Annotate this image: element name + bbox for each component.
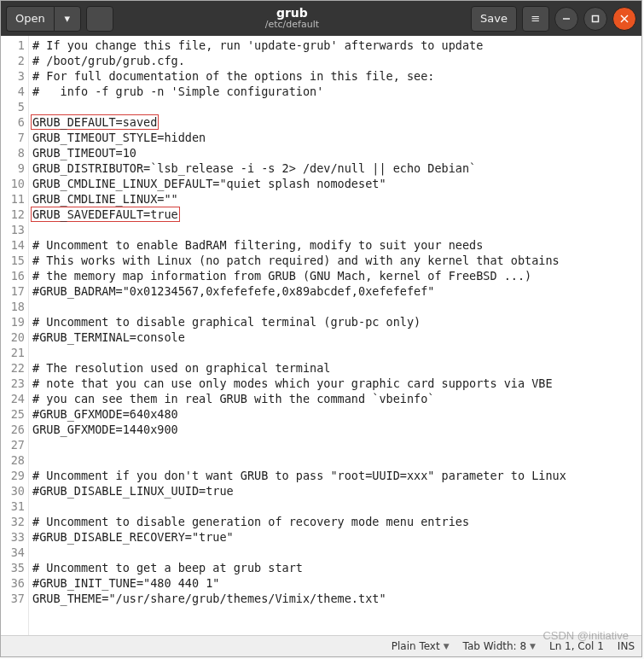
code-line[interactable]: #GRUB_BADRAM="0x01234567,0xfefefefe,0x89… (32, 283, 638, 299)
code-line[interactable]: # /boot/grub/grub.cfg. (32, 53, 638, 68)
svg-rect-2 (593, 16, 599, 22)
line-number: 19 (3, 314, 25, 330)
code-line[interactable]: GRUB_TIMEOUT=10 (32, 145, 638, 160)
code-line[interactable]: # Uncomment to disable graphical termina… (32, 314, 638, 330)
code-line[interactable] (32, 99, 638, 114)
tab-width-label: Tab Width: 8 (463, 640, 526, 652)
line-number: 17 (3, 283, 25, 299)
code-line[interactable]: # The resolution used on graphical termi… (32, 360, 638, 376)
line-number: 30 (3, 483, 25, 499)
code-line[interactable]: # info -f grub -n 'Simple configuration' (32, 84, 638, 99)
code-line[interactable]: # the memory map information from GRUB (… (32, 268, 638, 283)
code-line[interactable]: # For full documentation of the options … (32, 68, 638, 84)
code-line[interactable]: # note that you can use only modes which… (32, 376, 638, 391)
editor-area[interactable]: 1234567891011121314151617181920212223242… (1, 36, 641, 635)
code-line[interactable]: # Uncomment to disable generation of rec… (32, 514, 638, 529)
code-content[interactable]: # If you change this file, run 'update-g… (29, 36, 641, 635)
code-line[interactable]: GRUB_THEME="/usr/share/grub/themes/Vimix… (32, 591, 638, 606)
line-number: 7 (3, 130, 25, 145)
line-number: 1 (3, 38, 25, 53)
code-line[interactable]: #GRUB_DISABLE_LINUX_UUID=true (32, 483, 638, 499)
code-line[interactable]: # you can see them in real GRUB with the… (32, 391, 638, 406)
code-line[interactable] (32, 299, 638, 314)
new-tab-button[interactable] (86, 6, 113, 32)
line-number: 20 (3, 330, 25, 345)
line-number: 6 (3, 114, 25, 130)
chevron-down-icon: ▼ (444, 642, 450, 650)
line-number: 15 (3, 253, 25, 268)
line-number: 33 (3, 529, 25, 545)
insert-mode-label: INS (618, 640, 635, 652)
open-button[interactable]: Open (6, 6, 54, 32)
line-number: 24 (3, 391, 25, 406)
code-line[interactable]: GRUB_CMDLINE_LINUX="" (32, 191, 638, 207)
line-number-gutter: 1234567891011121314151617181920212223242… (1, 36, 29, 635)
line-number: 2 (3, 53, 25, 68)
language-label: Plain Text (392, 640, 440, 652)
code-line[interactable]: GRUB_SAVEDEFAULT=true (32, 207, 638, 222)
line-number: 4 (3, 84, 25, 99)
code-line[interactable] (32, 222, 638, 237)
code-line[interactable] (32, 545, 638, 560)
code-line[interactable]: GRUB_TIMEOUT_STYLE=hidden (32, 130, 638, 145)
line-number: 12 (3, 207, 25, 222)
code-line[interactable] (32, 345, 638, 360)
tab-width-selector[interactable]: Tab Width: 8 ▼ (463, 640, 536, 652)
insert-mode[interactable]: INS (618, 640, 635, 652)
highlighted-text: GRUB_SAVEDEFAULT=true (31, 207, 180, 222)
close-icon (620, 10, 629, 26)
code-line[interactable]: #GRUB_TERMINAL=console (32, 330, 638, 345)
line-number: 27 (3, 437, 25, 452)
code-line[interactable]: # Uncomment to get a beep at grub start (32, 560, 638, 575)
statusbar: Plain Text ▼ Tab Width: 8 ▼ Ln 1, Col 1 … (1, 635, 641, 656)
line-number: 23 (3, 376, 25, 391)
save-button[interactable]: Save (471, 6, 517, 32)
chevron-down-icon: ▼ (530, 642, 536, 650)
code-line[interactable]: GRUB_DISTRIBUTOR=`lsb_release -i -s 2> /… (32, 160, 638, 176)
line-number: 37 (3, 591, 25, 606)
code-line[interactable]: # Uncomment to enable BadRAM filtering, … (32, 237, 638, 253)
hamburger-menu-button[interactable]: ≡ (522, 6, 549, 32)
open-recent-button[interactable]: ▾ (54, 6, 81, 32)
cursor-position-label: Ln 1, Col 1 (549, 640, 604, 652)
code-line[interactable]: # Uncomment if you don't want GRUB to pa… (32, 468, 638, 483)
line-number: 13 (3, 222, 25, 237)
maximize-button[interactable] (583, 7, 607, 31)
code-line[interactable]: GRUB_DEFAULT=saved (32, 114, 638, 130)
line-number: 35 (3, 560, 25, 575)
code-line[interactable] (32, 499, 638, 514)
minimize-button[interactable] (554, 7, 578, 31)
line-number: 8 (3, 145, 25, 160)
gedit-window: Open ▾ grub /etc/default Save ≡ (0, 0, 642, 657)
line-number: 11 (3, 191, 25, 207)
code-line[interactable]: GRUB_GFXMODE=1440x900 (32, 422, 638, 437)
line-number: 28 (3, 452, 25, 468)
line-number: 29 (3, 468, 25, 483)
hamburger-icon: ≡ (531, 12, 541, 25)
code-line[interactable]: #GRUB_DISABLE_RECOVERY="true" (32, 529, 638, 545)
line-number: 14 (3, 237, 25, 253)
line-number: 10 (3, 176, 25, 191)
line-number: 32 (3, 514, 25, 529)
code-line[interactable]: #GRUB_GFXMODE=640x480 (32, 406, 638, 422)
line-number: 34 (3, 545, 25, 560)
line-number: 26 (3, 422, 25, 437)
line-number: 9 (3, 160, 25, 176)
code-line[interactable]: # If you change this file, run 'update-g… (32, 38, 638, 53)
code-line[interactable] (32, 452, 638, 468)
line-number: 31 (3, 499, 25, 514)
code-line[interactable]: # This works with Linux (no patch requir… (32, 253, 638, 268)
highlighted-text: GRUB_DEFAULT=saved (31, 114, 159, 130)
minimize-icon (562, 10, 571, 26)
titlebar: Open ▾ grub /etc/default Save ≡ (1, 1, 641, 36)
close-button[interactable] (612, 7, 636, 31)
line-number: 21 (3, 345, 25, 360)
code-line[interactable]: GRUB_CMDLINE_LINUX_DEFAULT="quiet splash… (32, 176, 638, 191)
code-line[interactable]: #GRUB_INIT_TUNE="480 440 1" (32, 575, 638, 591)
window-subtitle: /etc/default (119, 20, 466, 30)
line-number: 5 (3, 99, 25, 114)
language-selector[interactable]: Plain Text ▼ (392, 640, 450, 652)
line-number: 25 (3, 406, 25, 422)
line-number: 22 (3, 360, 25, 376)
code-line[interactable] (32, 437, 638, 452)
